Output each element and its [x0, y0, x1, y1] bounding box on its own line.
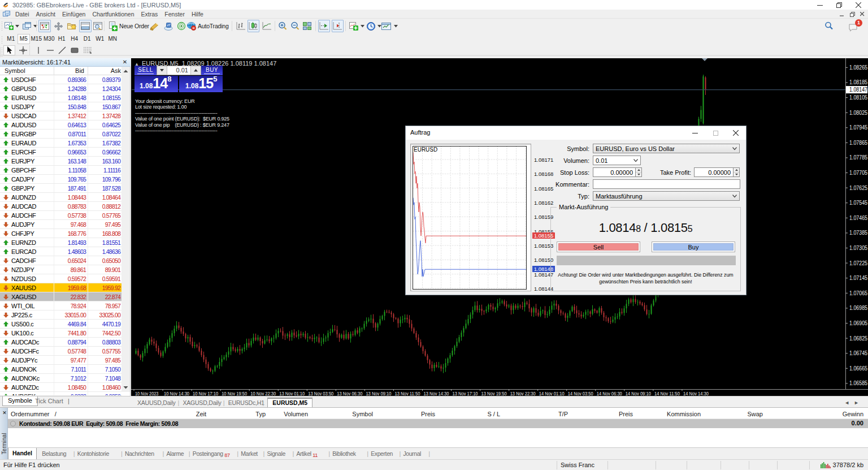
zoom-out-button[interactable]: [289, 20, 301, 32]
terminal-tab-handel[interactable]: Handel: [8, 448, 37, 460]
market-watch-row-AUDCAD[interactable]: AUDCAD0.887830.88812: [0, 202, 122, 211]
column-bid[interactable]: Bid: [75, 67, 84, 74]
market-watch-row-XAGUSD[interactable]: XAGUSD22.83222.874: [0, 292, 122, 301]
timeframe-h4[interactable]: H4: [68, 34, 81, 44]
window-close-button[interactable]: [849, 0, 868, 10]
terminal-tab-belastung[interactable]: Belastung: [42, 450, 66, 457]
periods-button[interactable]: [365, 20, 377, 32]
terminal-column-Zeit[interactable]: Zeit: [196, 411, 206, 417]
chart-shift-button[interactable]: [332, 20, 344, 32]
market-watch-row-AUDUSD[interactable]: AUDUSD0.646130.64625: [0, 120, 122, 130]
chat-icon[interactable]: 1: [847, 21, 859, 33]
chart-tab-EURUSDc,H1[interactable]: EURUSDc,H1: [228, 399, 264, 406]
new-order-button[interactable]: Neue Order: [107, 20, 152, 32]
tab-scroll-arrows[interactable]: ◄►: [844, 400, 863, 406]
terminal-column-Ordernummer[interactable]: Ordernummer /: [11, 411, 57, 417]
market-watch-row-EURUSD[interactable]: EURUSD1.081481.08155: [0, 93, 122, 102]
timeframe-m1[interactable]: M1: [5, 34, 18, 44]
line-chart-button[interactable]: [261, 20, 273, 32]
market-watch-row-USDCHF[interactable]: USDCHF0.893660.89379: [0, 75, 122, 84]
terminal-tab-nachrichten[interactable]: Nachrichten: [125, 450, 154, 457]
terminal-toggle-button[interactable]: [79, 20, 92, 32]
tile-windows-button[interactable]: [301, 20, 313, 32]
fibonacci-tool-button[interactable]: [81, 45, 93, 55]
terminal-column-Volumen[interactable]: Volumen: [284, 411, 308, 417]
search-icon[interactable]: [823, 20, 835, 32]
dialog-close-button[interactable]: [726, 126, 746, 140]
timeframe-h1[interactable]: H1: [55, 34, 68, 44]
dialog-titlebar[interactable]: Auftrag: [406, 126, 746, 140]
volume-select[interactable]: 0.01: [593, 156, 641, 165]
market-watch-row-AUDCHFc[interactable]: AUDCHFc0.577480.57755: [0, 347, 122, 356]
market-watch-row-UK100.c[interactable]: UK100.c7441.807442.50: [0, 329, 122, 338]
window-restore-button[interactable]: [830, 0, 849, 10]
one-click-buy-button[interactable]: 1.08155: [179, 76, 223, 92]
market-watch-row-EURAUD[interactable]: EURAUD1.673531.67382: [0, 139, 122, 148]
terminal-tab-signale[interactable]: Signale: [267, 450, 285, 457]
market-watch-row-NZDUSD[interactable]: NZDUSD0.595720.59591: [0, 274, 122, 283]
candlestick-chart-button[interactable]: [248, 20, 259, 32]
one-click-buy-label[interactable]: BUY: [201, 66, 223, 75]
market-watch-row-AUDNOKc[interactable]: AUDNOKc7.10127.1048: [0, 374, 122, 383]
trendline-tool-button[interactable]: [56, 45, 68, 55]
market-watch-row-GBPCHF[interactable]: GBPCHF1.110581.11116: [0, 166, 122, 175]
terminal-tab-experten[interactable]: Experten: [371, 450, 393, 457]
window-minimize-button[interactable]: [810, 0, 830, 10]
market-watch-row-GBPJPY[interactable]: GBPJPY187.491187.528: [0, 184, 122, 193]
scroll-up-icon[interactable]: [121, 67, 130, 76]
indicators-button[interactable]: [348, 20, 360, 32]
terminal-column-Gewinn[interactable]: Gewinn: [843, 411, 863, 417]
data-window-button[interactable]: [53, 20, 64, 32]
market-watch-row-AUDNOK[interactable]: AUDNOK7.10117.1050: [0, 365, 122, 374]
terminal-column-Preis[interactable]: Preis: [421, 411, 435, 417]
timeframe-m30[interactable]: M30: [43, 34, 56, 44]
one-click-sell-label[interactable]: SELL: [134, 66, 157, 75]
market-watch-row-AUDCHF[interactable]: AUDCHF0.577380.57765: [0, 211, 122, 220]
new-chart-button[interactable]: [3, 20, 15, 32]
child-minimize-button[interactable]: [839, 11, 845, 17]
menu-fenster[interactable]: Fenster: [161, 10, 188, 19]
one-click-sell-button[interactable]: 1.08148: [134, 76, 178, 92]
volume-increase-icon[interactable]: [191, 66, 201, 75]
menu-ansicht[interactable]: Ansicht: [33, 10, 59, 19]
menu-hilfe[interactable]: Hilfe: [188, 10, 207, 19]
scroll-down-icon[interactable]: [121, 383, 130, 392]
upgrade-button[interactable]: [163, 20, 175, 32]
market-watch-row-CHFJPY[interactable]: CHFJPY168.776168.808: [0, 229, 122, 238]
strategy-tester-button[interactable]: [92, 20, 104, 32]
market-watch-row-XAUUSD[interactable]: XAUUSD1959.681959.92: [0, 283, 122, 292]
market-watch-row-AUDCADc[interactable]: AUDCADc0.887940.88803: [0, 338, 122, 347]
chart-tab-XAUUSD,Daily[interactable]: XAUUSD,Daily: [137, 399, 176, 406]
timeframe-m15[interactable]: M15: [30, 34, 43, 44]
menu-extras[interactable]: Extras: [138, 10, 162, 19]
terminal-close-icon[interactable]: ✕: [2, 410, 7, 416]
terminal-column-Preis[interactable]: Preis: [619, 411, 633, 417]
market-watch-toggle-button[interactable]: [38, 20, 51, 32]
column-ask[interactable]: Ask: [111, 67, 121, 74]
volume-input[interactable]: 0.01: [167, 66, 191, 75]
market-watch-row-USDJPY[interactable]: USDJPY150.848150.867: [0, 102, 122, 111]
crosshair-tool-button[interactable]: [17, 45, 29, 55]
column-symbol[interactable]: Symbol: [5, 67, 25, 74]
symbol-select[interactable]: EURUSD, Euro vs US Dollar: [593, 144, 740, 153]
navigator-button[interactable]: [66, 20, 79, 32]
terminal-tab-kontohistorie[interactable]: Kontohistorie: [77, 450, 109, 457]
market-watch-row-AUDSEK[interactable]: AUDSEK6.93336.9350: [0, 392, 122, 396]
market-watch-row-AUDJPYc[interactable]: AUDJPYc97.47797.485: [0, 356, 122, 365]
market-watch-row-AUDJPY[interactable]: AUDJPY97.46897.495: [0, 220, 122, 229]
child-close-button[interactable]: [860, 11, 865, 17]
volume-decrease-icon[interactable]: [157, 66, 167, 75]
terminal-tab-posteingang[interactable]: Posteingang 87: [193, 450, 230, 458]
market-watch-row-EURCHF[interactable]: EURCHF0.966530.96662: [0, 148, 122, 157]
comment-input[interactable]: [593, 179, 740, 189]
bar-chart-button[interactable]: [235, 20, 247, 32]
menu-chartfunktionen[interactable]: Chartfunktionen: [89, 10, 137, 19]
templates-button[interactable]: [380, 20, 393, 32]
buy-button[interactable]: Buy: [652, 242, 735, 252]
market-watch-close-icon[interactable]: ✕: [121, 59, 128, 66]
stop-loss-input[interactable]: 0.00000: [593, 167, 636, 177]
market-watch-row-CADJPY[interactable]: CADJPY109.765109.796: [0, 175, 122, 184]
take-profit-spinner[interactable]: [734, 167, 740, 177]
menu-einfügen[interactable]: Einfügen: [59, 10, 89, 19]
market-watch-row-EURNZD[interactable]: EURNZD1.814931.81551: [0, 238, 122, 247]
